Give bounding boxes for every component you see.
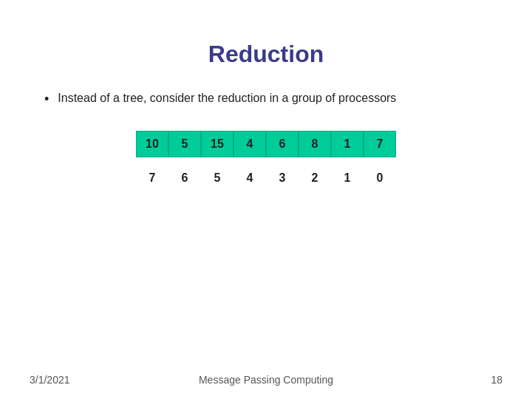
row2-cell-7: 0: [364, 165, 396, 191]
row1: 1051546817: [136, 131, 396, 157]
row1-cell-2: 15: [201, 131, 233, 157]
row1-cell-0: 10: [136, 131, 168, 157]
row1-cell-7: 7: [364, 131, 396, 157]
bullet-item: • Instead of a tree, consider the reduct…: [0, 90, 532, 109]
row2-cell-6: 1: [331, 165, 364, 191]
row1-cell-1: 5: [168, 131, 201, 157]
row1-cell-6: 1: [331, 131, 364, 157]
row2-cell-4: 3: [266, 165, 299, 191]
row2-cell-1: 6: [168, 165, 201, 191]
row1-cell-5: 8: [299, 131, 331, 157]
bullet-dot: •: [44, 90, 49, 109]
row2-cell-0: 7: [136, 165, 168, 191]
diagram-area: 1051546817 76543210: [0, 131, 532, 191]
row2-cell-3: 4: [233, 165, 266, 191]
row2-cell-5: 2: [299, 165, 331, 191]
row2-cell-2: 5: [201, 165, 233, 191]
row1-cell-4: 6: [266, 131, 299, 157]
footer-date: 3/1/2021: [30, 374, 70, 386]
page-title: Reduction: [0, 0, 532, 90]
bullet-text: Instead of a tree, consider the reductio…: [58, 90, 396, 106]
footer-page: 18: [491, 374, 502, 386]
row2: 76543210: [136, 165, 396, 191]
footer-center: Message Passing Computing: [199, 374, 333, 386]
row1-cell-3: 4: [233, 131, 266, 157]
